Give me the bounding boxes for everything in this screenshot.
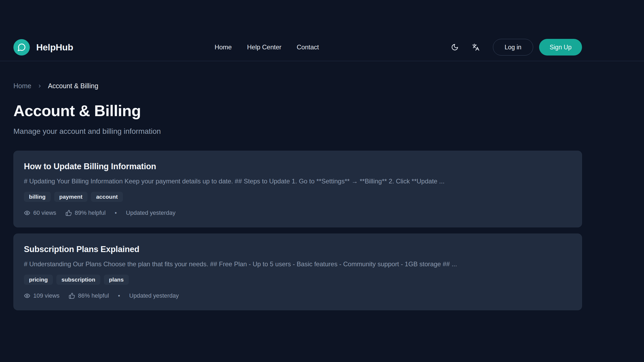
tag-chip[interactable]: billing — [24, 192, 51, 202]
page-subtitle: Manage your account and billing informat… — [13, 127, 582, 136]
tag-chip[interactable]: subscription — [56, 275, 100, 285]
views-stat: 109 views — [24, 292, 60, 299]
header-actions: Log in Sign Up — [447, 39, 582, 56]
article-card[interactable]: How to Update Billing Information # Upda… — [13, 151, 582, 227]
helpful-stat: 86% helpful — [69, 292, 109, 299]
breadcrumb-home-link[interactable]: Home — [13, 82, 31, 90]
helphub-logo — [13, 39, 30, 56]
tag-chip[interactable]: payment — [54, 192, 87, 202]
brand-logo-link[interactable]: HelpHub — [13, 39, 73, 56]
chat-bubble-icon — [17, 43, 26, 51]
article-tags: pricing subscription plans — [24, 275, 571, 285]
eye-icon — [24, 293, 30, 299]
nav-link-home[interactable]: Home — [215, 43, 232, 51]
nav-link-contact[interactable]: Contact — [297, 43, 319, 51]
nav-link-help-center[interactable]: Help Center — [247, 43, 281, 51]
breadcrumb: Home Account & Billing — [13, 82, 582, 90]
article-list: How to Update Billing Information # Upda… — [13, 151, 582, 310]
eye-icon — [24, 210, 30, 216]
views-count: 109 views — [33, 292, 60, 299]
article-card[interactable]: Subscription Plans Explained # Understan… — [13, 234, 582, 310]
helpful-stat: 89% helpful — [65, 209, 106, 216]
article-excerpt: # Updating Your Billing Information Keep… — [24, 178, 571, 185]
tag-chip[interactable]: pricing — [24, 275, 53, 285]
article-meta: 60 views 89% helpful • Updated yesterday — [24, 209, 571, 216]
thumbs-up-icon — [65, 210, 72, 216]
breadcrumb-current: Account & Billing — [48, 82, 98, 90]
brand-name: HelpHub — [36, 42, 73, 53]
helpful-percent: 86% helpful — [78, 292, 109, 299]
main-content: Home Account & Billing Account & Billing… — [13, 82, 582, 310]
dot-separator: • — [118, 292, 120, 299]
chevron-right-icon — [37, 84, 42, 88]
article-tags: billing payment account — [24, 192, 571, 202]
dot-separator: • — [115, 209, 117, 216]
updated-label: Updated yesterday — [129, 292, 179, 299]
page-title: Account & Billing — [13, 102, 582, 120]
thumbs-up-icon — [69, 293, 75, 299]
article-title[interactable]: Subscription Plans Explained — [24, 245, 571, 254]
theme-toggle-button[interactable] — [447, 40, 462, 55]
tag-chip[interactable]: plans — [104, 275, 129, 285]
tag-chip[interactable]: account — [91, 192, 123, 202]
login-button[interactable]: Log in — [493, 39, 533, 56]
article-title[interactable]: How to Update Billing Information — [24, 162, 571, 171]
article-meta: 109 views 86% helpful • Updated yesterda… — [24, 292, 571, 299]
updated-label: Updated yesterday — [126, 209, 175, 216]
main-nav: Home Help Center Contact — [215, 43, 319, 51]
moon-icon — [451, 43, 459, 51]
translate-icon — [472, 43, 480, 51]
signup-button[interactable]: Sign Up — [539, 39, 582, 56]
views-stat: 60 views — [24, 209, 56, 216]
site-header: HelpHub Home Help Center Contact Log in … — [0, 0, 644, 61]
helpful-percent: 89% helpful — [75, 209, 106, 216]
language-button[interactable] — [468, 40, 483, 55]
article-excerpt: # Understanding Our Plans Choose the pla… — [24, 260, 571, 268]
views-count: 60 views — [33, 209, 56, 216]
